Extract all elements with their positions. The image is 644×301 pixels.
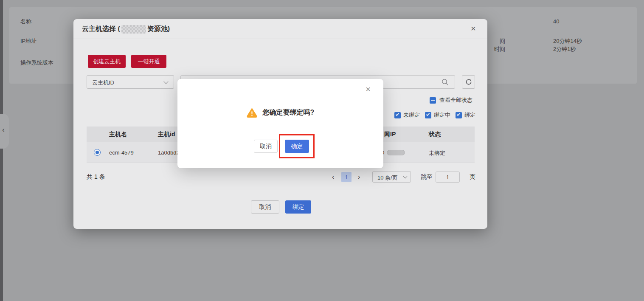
radio-dot [96, 151, 99, 154]
redacted-ip-pill [387, 150, 405, 155]
view-all-status-label: 查看全部状态 [439, 96, 472, 104]
modal-bind-button[interactable]: 绑定 [285, 200, 311, 214]
warning-icon [247, 108, 257, 118]
row-radio-selected[interactable] [94, 149, 101, 156]
close-icon[interactable]: × [471, 24, 476, 33]
checked-checkbox[interactable] [425, 112, 431, 118]
screen: 名称 IP地址 操作系统版本 间 时间 40 20分钟14秒 2分钟1秒 ‹ 云… [0, 0, 644, 301]
create-host-button[interactable]: 创建云主机 [88, 55, 126, 68]
refresh-icon [465, 79, 472, 85]
detail-label-name: 名称 [20, 18, 31, 25]
prev-page-icon[interactable]: ‹ [332, 172, 334, 182]
status-filter-label: 绑定 [464, 111, 475, 119]
dialog-message: 您确定要绑定吗? [263, 108, 315, 117]
dialog-message-row: 您确定要绑定吗? [177, 108, 383, 118]
modal-title: 云主机选择 ( 资源池) [82, 25, 170, 34]
chevron-down-icon [163, 79, 168, 84]
detail-value: 40 [553, 18, 559, 25]
redacted-text-block [121, 25, 146, 34]
cell-hostid: 1a0dbd2 [158, 149, 180, 156]
detail-label-os-version: 操作系统版本 [20, 59, 53, 67]
col-status: 状态 [429, 131, 441, 138]
col-ip: 网IP [384, 131, 396, 138]
dialog-cancel-button[interactable]: 取消 [254, 140, 278, 153]
status-filter-binding[interactable]: 绑定中 [425, 111, 450, 119]
modal-title-prefix: 云主机选择 ( [82, 25, 120, 34]
dialog-confirm-button[interactable]: 确定 [285, 140, 309, 153]
check-mark [457, 113, 460, 116]
status-filter-label: 未绑定 [403, 111, 420, 119]
checked-checkbox[interactable] [394, 112, 401, 118]
detail-label-ip: IP地址 [20, 37, 37, 45]
one-click-open-button[interactable]: 一键开通 [131, 55, 166, 68]
page-unit-label: 页 [470, 173, 475, 181]
status-filter-label: 绑定中 [434, 111, 450, 119]
close-icon[interactable]: × [366, 85, 371, 93]
indeterminate-checkbox[interactable] [430, 97, 436, 104]
col-hostid: 主机id [158, 131, 175, 138]
modal-header: 云主机选择 ( 资源池) × [73, 19, 487, 39]
chevron-left-icon: ‹ [2, 126, 5, 133]
refresh-button[interactable] [462, 75, 475, 89]
total-count: 共 1 条 [87, 173, 105, 181]
check-mark [396, 113, 399, 116]
jump-to-input[interactable] [436, 172, 460, 183]
cell-hostname: ecm-4579 [109, 149, 134, 156]
page-size-select[interactable]: 10 条/页 [372, 171, 411, 183]
next-page-icon[interactable]: › [358, 172, 360, 182]
modal-cancel-button[interactable]: 取消 [251, 200, 279, 214]
status-filter-unbound[interactable]: 未绑定 [394, 111, 420, 119]
chevron-down-icon [403, 174, 408, 179]
check-mark [426, 113, 430, 116]
status-filter-bound[interactable]: 绑定 [456, 111, 475, 119]
cell-status: 未绑定 [429, 149, 445, 157]
detail-value: 2分钟1秒 [553, 45, 576, 53]
search-icon [442, 79, 449, 86]
detail-value: 20分钟14秒 [553, 37, 582, 45]
search-type-value: 云主机ID [92, 79, 114, 87]
modal-title-suffix: 资源池) [147, 25, 170, 34]
current-page[interactable]: 1 [341, 172, 352, 182]
minus-mark [431, 100, 435, 101]
jump-to-label: 跳至 [421, 173, 433, 181]
status-filter-row: 未绑定 绑定中 绑定 [394, 111, 475, 119]
view-all-status-filter[interactable]: 查看全部状态 [430, 96, 472, 104]
search-type-select[interactable]: 云主机ID [87, 75, 174, 89]
confirm-dialog: × 您确定要绑定吗? 取消 确定 [177, 79, 383, 168]
col-hostname: 主机名 [109, 131, 127, 138]
sidebar-collapse-handle[interactable]: ‹ [0, 114, 9, 149]
page-size-value: 10 条/页 [377, 174, 398, 182]
checked-checkbox[interactable] [456, 112, 462, 118]
collapsed-sidebar-edge [0, 0, 3, 301]
